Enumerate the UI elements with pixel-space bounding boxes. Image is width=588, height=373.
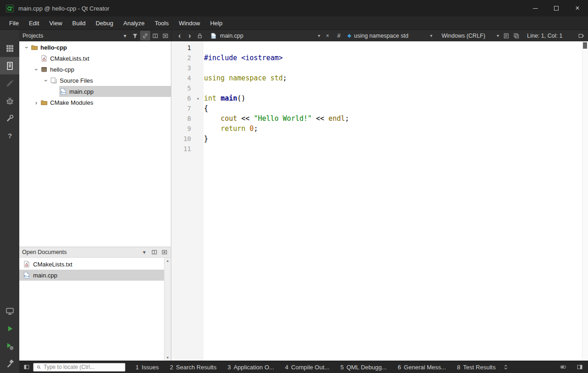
open-documents-title: Open Documents — [22, 249, 67, 255]
sync-with-editor-icon[interactable] — [140, 31, 150, 40]
scroll-down-icon[interactable]: ▼ — [166, 356, 170, 359]
mode-run-button[interactable] — [0, 320, 19, 337]
go-back-icon[interactable]: ‹ — [175, 31, 185, 40]
output-pane-number: 2 — [170, 364, 173, 371]
output-pane-test-results[interactable]: 8Test Results — [452, 361, 501, 373]
tree-item-cmakelists-txt[interactable]: CMakeLists.txt — [19, 53, 171, 64]
open-documents-scrollbar[interactable]: ▲ ▼ — [164, 258, 171, 361]
folder-icon — [40, 99, 48, 106]
scroll-up-icon[interactable]: ▲ — [166, 259, 170, 262]
tree-item-hello-cpp[interactable]: ›hello-cpp — [19, 42, 171, 53]
menu-tools[interactable]: Tools — [150, 17, 174, 29]
open-file-dropdown[interactable]: C++ main.cpp ▾ — [208, 31, 322, 40]
cmake-file-icon — [23, 260, 30, 268]
output-pane-application-o[interactable]: 3Application O... — [222, 361, 279, 373]
pin-file-icon[interactable] — [195, 31, 205, 40]
tree-item-cmake-modules[interactable]: ›CMake Modules — [19, 97, 171, 108]
editor-clone-icon[interactable] — [511, 31, 521, 40]
editor-scrollbar[interactable] — [582, 41, 588, 361]
minimize-button[interactable] — [525, 0, 546, 17]
mode-help-button[interactable]: ? — [0, 127, 19, 144]
current-file-name: main.cpp — [220, 33, 243, 39]
fold-marker-icon[interactable]: ▾ — [192, 96, 204, 101]
expander-expanded-icon[interactable]: › — [33, 66, 40, 73]
output-pane-buttons: 1Issues2Search Results3Application O...4… — [130, 361, 501, 373]
locator-box[interactable] — [33, 363, 125, 372]
mode-edit-button[interactable] — [0, 57, 19, 74]
menu-edit[interactable]: Edit — [24, 17, 44, 29]
close-button[interactable]: × — [567, 0, 588, 17]
tree-item-hello-cpp[interactable]: ›hello-cpp — [19, 64, 171, 75]
file-encoding-icon[interactable] — [501, 31, 511, 40]
menu-analyze[interactable]: Analyze — [119, 17, 150, 29]
output-pane-label: Search Results — [176, 364, 216, 371]
expander-expanded-icon[interactable]: › — [43, 77, 50, 84]
close-document-icon[interactable]: × — [322, 31, 333, 40]
mode-design-button[interactable] — [0, 74, 19, 92]
menu-build[interactable]: Build — [67, 17, 90, 29]
tree-item-label: CMakeLists.txt — [50, 55, 89, 62]
output-pane-qml-debugg[interactable]: 5QML Debugg... — [335, 361, 392, 373]
titlebar: main.cpp @ hello-cpp - Qt Creator × — [0, 0, 588, 17]
add-split-icon[interactable] — [576, 31, 586, 40]
svg-text:C++: C++ — [61, 91, 66, 94]
symbol-dropdown[interactable]: ◆ using namespace std ▾ — [345, 31, 435, 40]
open-documents-split-icon[interactable] — [149, 248, 159, 257]
mode-kit-selector-button[interactable] — [0, 302, 19, 320]
menu-debug[interactable]: Debug — [90, 17, 118, 29]
toggle-left-sidebar-icon[interactable] — [22, 362, 31, 372]
expander-collapsed-icon[interactable]: › — [33, 99, 40, 106]
output-pane-general-mess[interactable]: 6General Mess... — [392, 361, 452, 373]
close-panel-icon[interactable] — [160, 31, 170, 40]
code-editor[interactable]: 12#include <iostream>34using namespace s… — [171, 41, 588, 361]
line-ending-arrow-icon: ▾ — [497, 33, 499, 38]
expander-expanded-icon[interactable]: › — [23, 44, 30, 51]
output-pane-search-results[interactable]: 2Search Results — [164, 361, 222, 373]
symbol-hash-button[interactable]: # — [337, 32, 340, 39]
code-lines: 12#include <iostream>34using namespace s… — [171, 41, 588, 154]
open-document-cmakelists-txt[interactable]: CMakeLists.txt — [19, 259, 164, 270]
output-pane-label: General Mess... — [404, 364, 446, 371]
line-ending-dropdown[interactable]: Windows (CRLF) ▾ — [439, 31, 501, 40]
current-symbol: using namespace std — [354, 33, 408, 39]
menu-file[interactable]: File — [4, 17, 24, 29]
tree-item-source-files[interactable]: ›Source Files — [19, 75, 171, 86]
folder-icon — [31, 44, 38, 51]
menu-help[interactable]: Help — [205, 17, 227, 29]
mode-welcome-button[interactable] — [0, 40, 19, 57]
output-pane-number: 4 — [285, 364, 288, 371]
tree-item-main-cpp[interactable]: C++main.cpp — [19, 86, 171, 97]
output-pane-issues[interactable]: 1Issues — [130, 361, 164, 373]
menu-view[interactable]: View — [44, 17, 67, 29]
mode-run-debug-button[interactable] — [0, 337, 19, 355]
toggle-right-sidebar-icon[interactable] — [575, 362, 584, 372]
open-document-main-cpp[interactable]: C++main.cpp — [19, 270, 164, 281]
code-text: return 0; — [204, 124, 258, 133]
build-progress-icon[interactable] — [559, 362, 568, 372]
output-pane-compile-out[interactable]: 4Compile Out... — [280, 361, 335, 373]
split-panel-icon[interactable] — [150, 31, 160, 40]
projects-pane-header: Projects ▾ — [19, 30, 171, 41]
open-documents-close-icon[interactable] — [159, 248, 170, 257]
target-icon — [40, 66, 48, 73]
filter-icon[interactable] — [130, 31, 140, 40]
output-pane-label: QML Debugg... — [346, 364, 387, 371]
mode-build-button[interactable] — [0, 355, 19, 372]
maximize-button[interactable] — [546, 0, 567, 17]
line-number: 10 — [171, 135, 192, 142]
mode-projects-button[interactable] — [0, 109, 19, 127]
go-forward-icon[interactable]: › — [185, 31, 195, 40]
menu-window[interactable]: Window — [174, 17, 205, 29]
mode-debug-button[interactable] — [0, 92, 19, 109]
editor-scrollbar-thumb[interactable] — [583, 42, 587, 49]
code-line: 8 cout << "Hello World!" << endl; — [171, 113, 588, 124]
output-pane-selector-arrows-icon[interactable] — [501, 362, 510, 372]
locator-input[interactable] — [44, 364, 117, 370]
output-pane-number: 5 — [340, 364, 344, 371]
open-documents-dropdown-icon[interactable]: ▾ — [139, 248, 149, 257]
output-pane-label: Issues — [141, 364, 159, 371]
statusbar-right-icons — [559, 362, 584, 372]
projects-pane-dropdown-icon[interactable]: ▾ — [120, 31, 130, 40]
cursor-position: Line: 1, Col: 1 — [527, 33, 562, 39]
code-line: 1 — [171, 43, 588, 53]
